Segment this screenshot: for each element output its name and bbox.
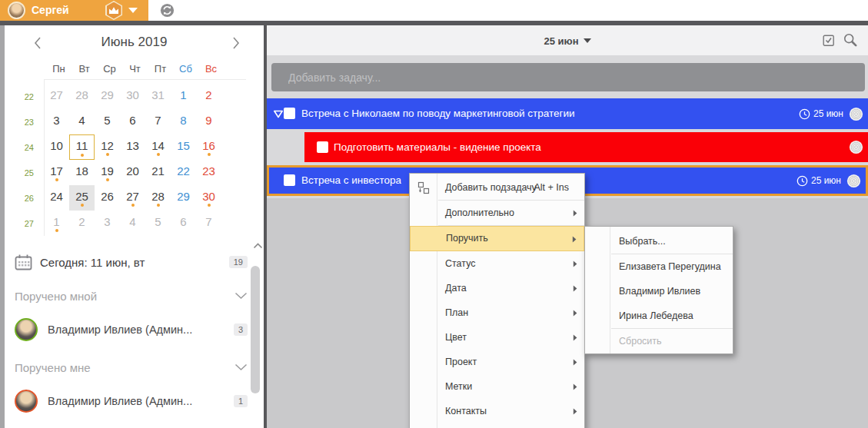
menu-item-план[interactable]: План (410, 300, 584, 325)
task-title: Встреча с Николаем по поводу маркетингов… (301, 98, 575, 129)
calendar-day[interactable]: 7 (196, 211, 221, 236)
submenu-arrow-icon (573, 359, 577, 366)
calendar-day[interactable]: 11 (69, 134, 95, 160)
calendar-day[interactable]: 30 (196, 185, 221, 211)
calendar-day[interactable]: 30 (120, 84, 145, 109)
calendar-day[interactable]: 3 (95, 211, 120, 236)
sync-icon[interactable] (160, 3, 175, 18)
date-view-dropdown[interactable]: 25 июн (267, 25, 868, 56)
task-row[interactable]: Подготовить материалы - видение проекта (304, 132, 868, 162)
task-dot-indicator (81, 204, 84, 207)
submenu-item[interactable]: Елизавета Перегудина (585, 254, 733, 279)
calendar-day[interactable]: 6 (120, 109, 145, 134)
task-row[interactable]: Встреча с Николаем по поводу маркетингов… (267, 98, 868, 129)
calendar-day[interactable]: 8 (171, 109, 196, 134)
calendar-day[interactable]: 2 (69, 211, 95, 236)
calendar-day[interactable]: 20 (120, 160, 145, 185)
menu-item-контакты[interactable]: Контакты (410, 399, 584, 423)
calendar-day[interactable]: 9 (196, 109, 221, 134)
calendar-day[interactable]: 19 (95, 160, 120, 185)
calendar-day[interactable]: 31 (145, 84, 171, 109)
calendar-day[interactable]: 15 (171, 134, 196, 160)
calendar-next-button[interactable] (231, 36, 241, 50)
user-menu[interactable]: Сергей (0, 0, 148, 21)
calendar-day[interactable]: 21 (145, 160, 171, 185)
recurrence-rings-icon[interactable] (849, 107, 863, 121)
weekday-label: Чт (122, 63, 148, 75)
submenu-item[interactable]: Выбрать... (585, 229, 733, 254)
multi-select-icon[interactable] (823, 35, 835, 47)
calendar-day[interactable]: 27 (120, 185, 145, 211)
recurrence-rings-icon[interactable] (849, 140, 863, 154)
calendar-day[interactable]: 12 (95, 134, 120, 160)
count-badge: 1 (234, 395, 248, 407)
scrollbar-up-button[interactable] (253, 243, 263, 249)
calendar-day[interactable]: 4 (120, 211, 145, 236)
calendar-day[interactable]: 25 (69, 185, 95, 211)
calendar-day[interactable]: 1 (44, 211, 69, 236)
section-header-assigned-by-me[interactable]: Поручено мной (15, 287, 248, 304)
menu-item-добавить-подзадачу[interactable]: Добавить подзадачуAlt + Ins (410, 175, 584, 200)
calendar-day[interactable]: 26 (95, 185, 120, 211)
menu-item-дополнительно[interactable]: Дополнительно (410, 201, 584, 225)
calendar-day[interactable]: 1 (171, 84, 196, 109)
menu-item-label: Контакты (445, 399, 487, 423)
submenu-arrow-icon (573, 285, 577, 292)
section-header-assigned-to-me[interactable]: Поручено мне (15, 359, 248, 376)
due-date-label: 25 июн (811, 175, 841, 186)
calendar-day[interactable]: 3 (44, 109, 69, 134)
submenu-item-label: Сбросить (619, 329, 662, 353)
calendar-day[interactable]: 16 (196, 134, 221, 160)
dropdown-caret-icon[interactable] (128, 8, 138, 13)
avatar[interactable] (8, 2, 25, 19)
calendar-day[interactable]: 22 (171, 160, 196, 185)
weekday-label: Вт (72, 63, 97, 75)
menu-item-статус[interactable]: Статус (410, 251, 584, 276)
calendar-day[interactable]: 29 (171, 185, 196, 211)
submenu-item[interactable]: Владимир Ивлиев (585, 279, 733, 304)
calendar-day[interactable]: 29 (95, 84, 120, 109)
calendar-day[interactable]: 6 (171, 211, 196, 236)
menu-item-label: Дата (445, 276, 467, 300)
crown-badge-icon[interactable] (105, 1, 122, 20)
menu-item-дата[interactable]: Дата (410, 276, 584, 300)
submenu-item[interactable]: Ирина Лебедева (585, 304, 733, 328)
recurrence-rings-icon[interactable] (846, 174, 861, 188)
menu-item-label: Метки (445, 374, 472, 399)
calendar-week-row: 271234567 (5, 211, 221, 236)
avatar (15, 318, 38, 341)
calendar-day[interactable]: 23 (196, 160, 221, 185)
task-dot-indicator (55, 229, 58, 232)
search-icon[interactable] (843, 33, 858, 48)
menu-item-проект[interactable]: Проект (410, 350, 584, 374)
task-checkbox[interactable] (284, 174, 295, 186)
task-checkbox[interactable] (317, 141, 328, 153)
task-checkbox[interactable] (284, 108, 295, 119)
task-title: Подготовить материалы - видение проекта (334, 132, 541, 162)
scrollbar-thumb[interactable] (251, 266, 260, 393)
menu-item-метки[interactable]: Метки (410, 374, 584, 399)
calendar-day[interactable]: 28 (145, 185, 171, 211)
assignee-row[interactable]: Владимир Ивлиев (Админ...3 (15, 317, 248, 343)
calendar-day[interactable]: 10 (44, 134, 69, 160)
expand-triangle-icon[interactable] (273, 110, 284, 118)
calendar-day[interactable]: 14 (145, 134, 171, 160)
today-nav-item[interactable]: Сегодня: 11 июн, вт 19 (15, 254, 248, 270)
calendar-day[interactable]: 7 (145, 109, 171, 134)
calendar-day[interactable]: 5 (95, 109, 120, 134)
calendar-day[interactable]: 2 (196, 84, 221, 109)
calendar-day[interactable]: 5 (145, 211, 171, 236)
calendar-day[interactable]: 27 (44, 84, 69, 109)
calendar-day[interactable]: 28 (69, 84, 95, 109)
calendar-day[interactable]: 18 (69, 160, 95, 185)
submenu-arrow-icon (573, 334, 577, 341)
assignee-row[interactable]: Владимир Ивлиев (Админ...1 (15, 388, 248, 414)
menu-item-цвет[interactable]: Цвет (410, 325, 584, 350)
calendar-day[interactable]: 17 (44, 160, 69, 185)
menu-item-поручить[interactable]: Поручить (410, 226, 584, 251)
calendar-icon (15, 254, 32, 270)
calendar-day[interactable]: 4 (69, 109, 95, 134)
calendar-day[interactable]: 13 (120, 134, 145, 160)
add-task-input[interactable] (271, 63, 865, 91)
calendar-day[interactable]: 24 (44, 185, 69, 211)
